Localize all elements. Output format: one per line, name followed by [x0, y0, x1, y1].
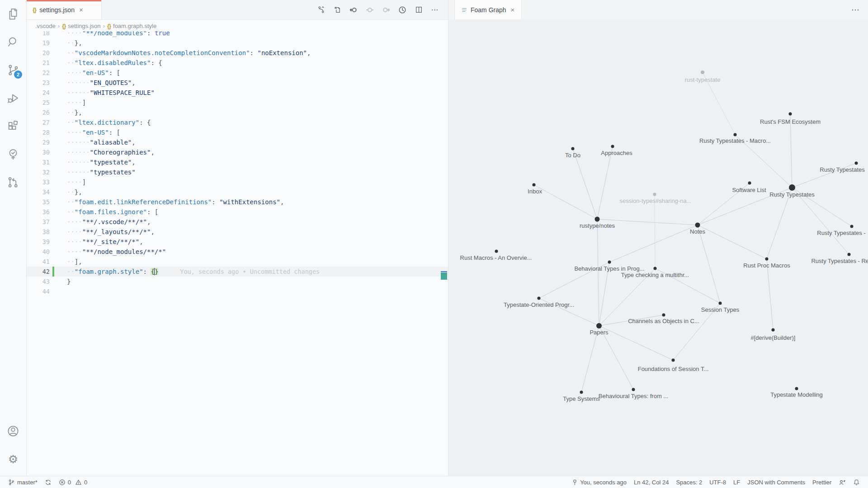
- panel-more-actions-icon[interactable]: ⋯: [851, 0, 860, 19]
- graph-node-approaches[interactable]: [611, 145, 614, 148]
- code-line-28[interactable]: 28····"en-US": [: [26, 127, 448, 137]
- note-graph[interactable]: rust-typestateRust's FSM EcosystemRusty …: [448, 19, 868, 476]
- sidebar-item-extensions[interactable]: [0, 112, 26, 140]
- graph-node-todo[interactable]: [571, 147, 575, 150]
- blame-status[interactable]: You, seconds ago: [568, 476, 630, 488]
- gutter: [52, 247, 54, 257]
- graph-edge: [573, 149, 597, 219]
- code-line-24[interactable]: 24······"WHITESPACE_RULE": [26, 88, 448, 98]
- graph-node-notes[interactable]: [695, 223, 700, 228]
- breadcrumb-segment-symbol[interactable]: {} foam.graph.style: [107, 23, 156, 29]
- graph-node-label: Channels as Objects in C...: [628, 318, 699, 324]
- line-number: 29: [26, 137, 50, 147]
- graph-node-derive[interactable]: [772, 328, 775, 332]
- tab-foam-graph[interactable]: Foam Graph ×: [454, 0, 522, 19]
- code-line-18[interactable]: 18····"**/node_modules": true: [26, 31, 448, 38]
- code-line-32[interactable]: 32······"typestates": [26, 167, 448, 177]
- previous-change-icon[interactable]: [348, 4, 359, 16]
- code-line-42[interactable]: 42··"foam.graph.style": {}You, seconds a…: [26, 267, 448, 277]
- git-branch-status[interactable]: master*: [5, 476, 41, 488]
- code-line-38[interactable]: 38····"**/_layouts/**/*",: [26, 227, 448, 237]
- sidebar-item-testing[interactable]: [0, 140, 26, 168]
- current-change-icon[interactable]: [364, 4, 376, 16]
- graph-node-typestate-oriented[interactable]: [538, 297, 541, 300]
- more-actions-icon[interactable]: ⋯: [429, 4, 441, 16]
- tab-settings-json[interactable]: {} settings.json ×: [26, 0, 102, 19]
- code-line-44[interactable]: 44: [26, 286, 448, 296]
- settings-button[interactable]: ⚙: [0, 445, 26, 473]
- code-editor[interactable]: 18····"**/node_modules": true19··},20··"…: [26, 31, 448, 476]
- code-line-22[interactable]: 22····"en-US": [: [26, 68, 448, 78]
- graph-node-type-systems[interactable]: [580, 391, 583, 394]
- language-mode-status[interactable]: JSON with Comments: [744, 476, 809, 488]
- graph-node-behavioral[interactable]: [608, 261, 611, 264]
- code-line-34[interactable]: 34··},: [26, 187, 448, 197]
- sidebar-item-run-debug[interactable]: [0, 84, 26, 112]
- code-line-35[interactable]: 35··"foam.edit.linkReferenceDefinitions"…: [26, 197, 448, 207]
- sidebar-item-search[interactable]: [0, 28, 26, 56]
- code-line-25[interactable]: 25····]: [26, 98, 448, 108]
- close-tab-icon[interactable]: ×: [509, 5, 516, 14]
- graph-node-rustype-notes[interactable]: [595, 217, 600, 222]
- open-preview-icon[interactable]: [331, 4, 343, 16]
- graph-node-session-types[interactable]: [653, 193, 656, 196]
- sidebar-item-source-control[interactable]: 2: [0, 56, 26, 84]
- sidebar-item-explorer[interactable]: [0, 0, 26, 28]
- graph-node-inbox[interactable]: [533, 183, 536, 187]
- code-line-33[interactable]: 33····]: [26, 177, 448, 187]
- graph-node-software-list[interactable]: [748, 182, 751, 185]
- split-editor-icon[interactable]: [413, 4, 425, 16]
- graph-node-behavioural-types[interactable]: [632, 388, 635, 391]
- close-tab-icon[interactable]: ×: [78, 5, 85, 14]
- breadcrumb-segment-file[interactable]: {} settings.json: [62, 23, 100, 29]
- graph-node-rust-typestate[interactable]: [701, 70, 704, 74]
- graph-node-channels[interactable]: [662, 314, 665, 317]
- graph-node-rt-midright[interactable]: [850, 225, 854, 228]
- sync-button[interactable]: [41, 476, 55, 488]
- code-line-29[interactable]: 29······"aliasable",: [26, 137, 448, 147]
- graph-node-rt-topright[interactable]: [855, 162, 858, 165]
- graph-node-hub[interactable]: [789, 184, 795, 191]
- problems-status[interactable]: 0 0: [55, 476, 91, 488]
- graph-node-foundations[interactable]: [672, 359, 675, 362]
- files-icon: [6, 7, 20, 21]
- code-line-37[interactable]: 37····"**/.vscode/**/*",: [26, 217, 448, 227]
- sidebar-item-source-control-graph[interactable]: [0, 168, 26, 196]
- account-button[interactable]: [0, 417, 26, 445]
- code-line-40[interactable]: 40····"**/node_modules/**/*": [26, 247, 448, 257]
- cursor-position-status[interactable]: Ln 42, Col 24: [630, 476, 672, 488]
- code-line-21[interactable]: 21··"ltex.disabledRules": {: [26, 58, 448, 68]
- notifications-button[interactable]: [849, 476, 863, 488]
- indentation-status[interactable]: Spaces: 2: [672, 476, 706, 488]
- code-line-19[interactable]: 19··},: [26, 38, 448, 48]
- encoding-status[interactable]: UTF-8: [706, 476, 730, 488]
- foam-graph-view[interactable]: rust-typestateRust's FSM EcosystemRusty …: [448, 19, 868, 476]
- graph-node-papers[interactable]: [596, 323, 602, 328]
- eol-status[interactable]: LF: [730, 476, 744, 488]
- graph-node-recei[interactable]: [848, 253, 851, 256]
- code-line-23[interactable]: 23······"EN_QUOTES",: [26, 78, 448, 88]
- code-line-36[interactable]: 36··"foam.files.ignore": [: [26, 207, 448, 217]
- code-line-20[interactable]: 20··"vscodeMarkdownNotes.noteCompletionC…: [26, 48, 448, 58]
- graph-node-typestate-modelling[interactable]: [795, 387, 798, 390]
- feedback-button[interactable]: [835, 476, 849, 488]
- code-line-30[interactable]: 30······"Choreographies",: [26, 147, 448, 157]
- breadcrumb-segment-folder[interactable]: .vscode: [35, 23, 56, 29]
- code-line-39[interactable]: 39····"**/_site/**/*",: [26, 237, 448, 247]
- code-line-31[interactable]: 31······"typestate",: [26, 157, 448, 167]
- next-change-icon[interactable]: [380, 4, 392, 16]
- formatter-status[interactable]: Prettier: [809, 476, 835, 488]
- code-line-27[interactable]: 27··"ltex.dictionary": {: [26, 117, 448, 127]
- graph-node-rusts-fsm[interactable]: [789, 113, 792, 116]
- graph-node-macro[interactable]: [734, 133, 737, 136]
- graph-node-type-checking[interactable]: [654, 267, 657, 270]
- code-line-43[interactable]: 43}: [26, 277, 448, 286]
- code-line-26[interactable]: 26··},: [26, 108, 448, 117]
- code-line-41[interactable]: 41··],: [26, 257, 448, 267]
- timeline-icon[interactable]: [396, 4, 408, 16]
- graph-node-rust-proc[interactable]: [765, 258, 769, 261]
- graph-node-rust-macros[interactable]: [495, 250, 498, 253]
- open-graph-icon[interactable]: [315, 4, 327, 16]
- graph-node-session-types-node[interactable]: [719, 302, 722, 305]
- graph-node-label: Behavioral Types in Prog...: [574, 265, 644, 272]
